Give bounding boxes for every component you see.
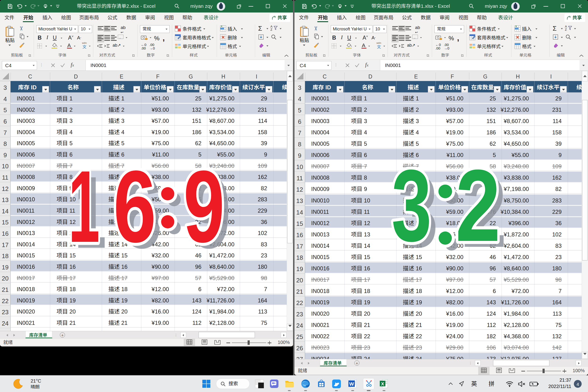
svg-text:2: 2	[456, 148, 501, 262]
svg-text:3: 3	[391, 148, 432, 262]
svg-text:9: 9	[184, 149, 225, 264]
svg-text:6: 6	[113, 149, 156, 264]
svg-text:1: 1	[68, 149, 100, 264]
